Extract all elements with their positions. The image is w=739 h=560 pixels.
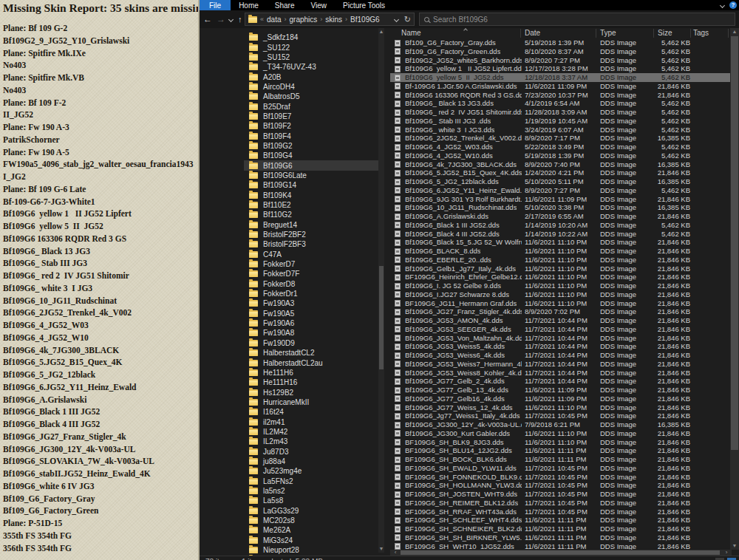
file-row[interactable]: Bf109G6_2JG52_Trenkel_4k_V002.dds 8/9/20… <box>390 134 730 143</box>
tree-folder-item[interactable]: Hs129B2 <box>244 387 378 397</box>
file-row[interactable]: BF109G6_SH_HOLLMANN_YLW3.dds 11/7/2021 1… <box>390 481 730 490</box>
scroll-up-icon[interactable]: ▲ <box>730 28 739 35</box>
tree-folder-item[interactable]: Fw190D9 <box>244 338 378 348</box>
tree-folder-item[interactable]: _SU152 <box>244 52 378 62</box>
tree-folder-item[interactable]: Fw190A6 <box>244 318 378 328</box>
file-row[interactable]: BF109G6_SH_SCHNEIKER_BLK2.dds 11/6/2021 … <box>390 525 730 533</box>
tree-folder-item[interactable]: _T34-76UVZ-43 <box>244 62 378 72</box>
tree-folder-item[interactable]: He111H6 <box>244 368 378 378</box>
file-list-vertical-scrollbar[interactable]: ▲ ▼ <box>730 28 739 550</box>
column-header-type[interactable]: Type <box>600 29 616 37</box>
tree-folder-item[interactable]: He111H16 <box>244 378 378 387</box>
file-row[interactable]: Bf109G6_JG53_Weiss7_Hermann_4k.dds 11/7/… <box>390 360 730 369</box>
scroll-down-icon[interactable]: ▼ <box>378 545 384 553</box>
tree-scrollbar-thumb[interactable] <box>379 266 384 369</box>
scroll-right-icon[interactable]: › <box>723 550 730 556</box>
tree-folder-item[interactable]: La5s8 <box>244 496 378 505</box>
column-resize-handle[interactable] <box>653 29 654 38</box>
file-row[interactable]: Bf109G6_ Black 13 JG3.dds 4/1/2019 6:54 … <box>390 99 730 108</box>
tab-picture-tools[interactable]: Picture Tools <box>335 0 393 10</box>
tree-folder-item[interactable]: FokkerDr1 <box>244 289 378 298</box>
tree-folder-item[interactable]: B25Draf <box>244 101 378 111</box>
search-box[interactable] <box>419 13 735 26</box>
scroll-up-icon[interactable]: ▲ <box>378 28 384 35</box>
file-row[interactable]: BF109G6_SH_BLU14_12JG2.dds 11/6/2021 11:… <box>390 446 730 455</box>
tree-folder-item[interactable]: FokkerD7F <box>244 269 378 279</box>
file-row[interactable]: Bf109G6_EBERLE_20..dds 11/6/2021 11:10 P… <box>390 256 730 264</box>
tree-folder-item[interactable]: la5ns2 <box>244 486 378 496</box>
file-row[interactable]: Bf109G6_Black 4 III JG52.dds 1/14/2019 1… <box>390 230 730 239</box>
file-row[interactable]: Bf109G6_Black 15_5.JG 52_W Wolfrum.dds 1… <box>390 238 730 247</box>
tree-folder-item[interactable]: Bf109G2 <box>244 141 378 151</box>
tab-file[interactable]: File <box>200 0 231 10</box>
file-row[interactable]: BF109G6_SH_BLK9_8JG3.dds 11/6/2021 11:10… <box>390 438 730 447</box>
column-resize-handle[interactable] <box>520 29 521 38</box>
file-row[interactable]: Bf109G6_Gelb1_Jg77_Italy_4k.dds 11/6/202… <box>390 264 730 273</box>
tree-folder-item[interactable]: Bf109G6Late <box>244 171 378 180</box>
back-button[interactable]: ← <box>203 10 212 28</box>
tree-folder-item[interactable]: C47A <box>244 250 378 259</box>
file-row[interactable]: Bf109G6_ white 3 I JG3.dds 3/24/2019 6:0… <box>390 126 730 134</box>
tree-folder-item[interactable]: La5FNs2 <box>244 476 378 485</box>
tree-folder-item[interactable]: Bf109K4 <box>244 191 378 200</box>
file-row[interactable]: BF109G6_SH_EWALD_YLW11.dds 11/7/2021 10:… <box>390 464 730 473</box>
file-row[interactable]: Bf109_G6_Factory_Gray.dds 5/19/2018 1:39… <box>390 38 730 47</box>
file-row[interactable]: Bf109G6 yellow 5 II JG52.dds 12/18/2018 … <box>390 73 730 82</box>
file-row[interactable]: Bf109G6_I.JG27 Schwarze 8.dds 11/6/2021 … <box>390 290 730 299</box>
file-row[interactable]: Bf109G6_JG77_Gelb16_4k.dds 11/6/2021 11:… <box>390 395 730 403</box>
tree-folder-item[interactable]: HurricaneMkII <box>244 397 378 407</box>
breadcrumb-segment[interactable]: data <box>267 16 281 24</box>
tree-folder-item[interactable]: IL2M42 <box>244 427 378 437</box>
file-row[interactable]: Bf109G6_JG300_Kurt Gabler.dds 11/6/2021 … <box>390 429 730 438</box>
forward-button[interactable]: → <box>217 10 225 28</box>
tree-folder-item[interactable]: Breguet14 <box>244 220 378 230</box>
tree-folder-item[interactable]: HalberstadtCL2au <box>244 358 378 367</box>
breadcrumb-segment[interactable]: graphics <box>289 16 317 24</box>
tree-folder-item[interactable]: HalberstadtCL2 <box>244 348 378 358</box>
breadcrumb-segment[interactable]: skins <box>325 16 342 24</box>
file-row[interactable]: BF109G6_SH_RRAF_WHT43a.dds 11/7/2021 10:… <box>390 508 730 516</box>
tree-folder-item[interactable]: _SU122 <box>244 42 378 52</box>
file-row[interactable]: BF109G6_SH_WHT10_1JG52.dds 11/6/2021 11:… <box>390 542 730 550</box>
scroll-left-icon[interactable]: ‹ <box>392 550 399 556</box>
tab-home[interactable]: Home <box>231 0 267 10</box>
horizontal-scrollbar-thumb[interactable] <box>401 550 720 555</box>
file-row[interactable]: Bf109G6_Jg77_Weiss1_Italy_4k.dds 11/7/20… <box>390 412 730 420</box>
tree-folder-item[interactable]: AlbatrosD5 <box>244 92 378 101</box>
column-header-date[interactable]: Date <box>525 29 540 37</box>
tree-folder-item[interactable]: Fw190A5 <box>244 309 378 318</box>
tree-folder-item[interactable]: Ju87D3 <box>244 446 378 456</box>
file-row[interactable]: Bf109G6_9JG 301 Y3 Rolf Burkhardt.dds 11… <box>390 195 730 204</box>
tree-folder-item[interactable]: FokkerD8 <box>244 279 378 289</box>
column-header-size[interactable]: Size <box>658 29 672 37</box>
file-list-scrollbar-thumb[interactable] <box>731 36 738 450</box>
recent-locations-chevron-icon[interactable] <box>229 10 233 28</box>
tree-folder-item[interactable]: Fw190A3 <box>244 298 378 308</box>
search-input[interactable] <box>433 16 730 24</box>
tree-folder-item[interactable]: Me262A <box>244 525 378 535</box>
tree-folder-item[interactable]: Bf110G2 <box>244 210 378 219</box>
file-row[interactable]: Bf109G6_JG53_Weiss8_Kohler_4k.dds 11/7/2… <box>390 369 730 378</box>
file-row[interactable]: Bf109G6 yellow 1 II JG52 Lipfert.dds 12/… <box>390 64 730 73</box>
file-row[interactable]: Bf109G6_A.Grislawski.dds 2/17/2019 6:55 … <box>390 212 730 221</box>
file-row[interactable]: Bf109G6_Black 1 III JG52.dds 1/14/2019 1… <box>390 221 730 230</box>
file-row[interactable]: Bf109G6_JG53_Von_Maltzahn_4k.dds 11/7/20… <box>390 334 730 343</box>
tree-folder-item[interactable]: Bf109G6 <box>244 160 378 170</box>
file-row[interactable]: Bf109G6_JG77_Weiss_12_4k.dds 11/6/2021 1… <box>390 403 730 412</box>
tree-folder-item[interactable]: MC202s8 <box>244 516 378 525</box>
tree-folder-item[interactable]: Fw190A8 <box>244 328 378 338</box>
file-row[interactable]: Bf109G6_JG77_Gelb_2_4k.dds 11/7/2021 10:… <box>390 377 730 386</box>
breadcrumb-overflow[interactable]: « <box>260 16 264 23</box>
column-header-tags[interactable]: Tags <box>693 29 709 37</box>
tree-folder-item[interactable]: Bf109E7 <box>244 112 378 121</box>
file-row[interactable]: Bf109G6_5.JG52_B15_Quex_4K.dds 1/24/2020… <box>390 168 730 177</box>
tree-folder-item[interactable]: il2m41 <box>244 417 378 426</box>
file-row[interactable]: Bf109G6_10_JG11_Rudschinat.dds 5/10/2020… <box>390 203 730 212</box>
tree-folder-item[interactable]: AircoDH4 <box>244 82 378 92</box>
tree-folder-item[interactable]: Bf109G4 <box>244 151 378 160</box>
file-row[interactable]: Bf-109G6 1.JGr.50 A.Grislawski.dds 11/6/… <box>390 82 730 91</box>
file-row[interactable]: Bf109G6_4k_7JG300_3BLACK.dds 8/9/2020 7:… <box>390 160 730 169</box>
file-row[interactable]: Bf109G6_I. JG 52 Gelbe 9.dds 11/6/2021 1… <box>390 281 730 290</box>
tree-folder-item[interactable]: I16t24 <box>244 407 378 417</box>
column-resize-handle[interactable] <box>728 29 729 38</box>
